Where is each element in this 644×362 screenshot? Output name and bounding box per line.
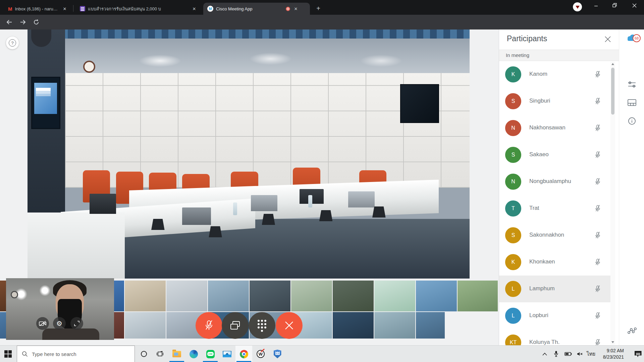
cortana-button[interactable]	[136, 346, 152, 362]
scrollbar-thumb[interactable]	[611, 68, 614, 115]
tray-clock[interactable]: 9:02 AM 8/23/2021	[603, 346, 627, 362]
microphone-muted-icon	[203, 319, 215, 332]
scroll-up-icon[interactable]	[611, 63, 614, 65]
mail-button[interactable]	[219, 346, 235, 362]
tab-cisco-meeting-app[interactable]: M Cisco Meeting App ✕	[203, 3, 310, 15]
camera-off-button[interactable]	[36, 317, 49, 330]
forward-button[interactable]	[17, 17, 28, 27]
back-button[interactable]	[4, 17, 15, 27]
speaker-muted-icon	[577, 352, 583, 356]
tab-close-icon[interactable]: ✕	[62, 6, 68, 12]
tray-battery[interactable]	[562, 346, 574, 362]
expand-icon	[73, 320, 80, 327]
window-close-button[interactable]	[627, 0, 642, 11]
tab-close-icon[interactable]: ✕	[293, 6, 299, 12]
security-app-button[interactable]	[269, 346, 286, 362]
wall-clock	[83, 61, 95, 73]
connections-button[interactable]	[619, 327, 644, 335]
participant-row[interactable]: T Trat	[499, 195, 611, 222]
in-meeting-section: In meeting	[499, 50, 619, 61]
layout-button[interactable]	[619, 99, 644, 106]
video-thumbnail[interactable]	[416, 312, 445, 339]
help-button[interactable]: ?	[6, 37, 19, 49]
participant-row[interactable]: N Nakhonsawan	[499, 115, 611, 141]
tab-close-icon[interactable]: ✕	[191, 6, 197, 12]
participant-row[interactable]: K Kanom	[499, 61, 611, 88]
file-explorer-icon	[172, 351, 181, 357]
video-thumbnail[interactable]	[458, 281, 498, 311]
laptop	[348, 191, 375, 207]
search-input[interactable]	[32, 351, 119, 357]
video-thumbnail[interactable]	[125, 312, 166, 339]
video-thumbnail[interactable]	[208, 281, 249, 311]
window-restore-button[interactable]	[607, 0, 623, 11]
tray-language-indicator[interactable]: ไทย	[585, 346, 597, 362]
video-thumbnail[interactable]	[333, 312, 374, 339]
video-thumbnail[interactable]	[250, 281, 290, 311]
tray-volume-muted[interactable]	[574, 346, 586, 362]
dialpad-button[interactable]	[249, 312, 275, 339]
close-participants-button[interactable]	[604, 36, 611, 43]
line-app-button[interactable]	[202, 346, 219, 362]
windows-taskbar: W ไทย 9:02 AM	[0, 345, 644, 362]
tab-gmail[interactable]: M Inbox (6,186) - naruemon@101g. ✕	[4, 3, 71, 15]
file-explorer-button[interactable]	[168, 346, 185, 362]
panel-title: Participants	[507, 34, 547, 43]
video-thumbnail[interactable]	[291, 281, 332, 311]
participant-row[interactable]: S Sakaeo	[499, 141, 611, 168]
new-tab-button[interactable]: +	[314, 4, 323, 13]
google-forms-icon	[80, 6, 85, 11]
sliders-icon	[627, 80, 637, 88]
avatar: N	[505, 174, 521, 190]
video-thumbnail[interactable]	[166, 281, 207, 311]
video-thumbnail[interactable]	[333, 281, 374, 311]
participant-row[interactable]: N Nongbualamphu	[499, 168, 611, 195]
minimize-icon	[594, 3, 598, 7]
tray-microphone[interactable]	[551, 346, 561, 362]
cisco-meeting-app-icon: M	[207, 6, 213, 12]
call-settings-button[interactable]	[619, 80, 644, 88]
water-bottle	[233, 202, 237, 215]
end-call-button[interactable]	[276, 312, 303, 339]
task-view-button[interactable]	[152, 346, 168, 362]
back-arrow-icon	[6, 19, 12, 25]
forward-arrow-icon	[20, 19, 26, 25]
participant-row[interactable]: S Sakonnakhon	[499, 222, 611, 249]
tab-survey-form[interactable]: แบบสำรวจการรับเงินสนับสนุน 2,000 บ ✕	[76, 3, 201, 15]
meeting-page: ? ⚙	[0, 29, 644, 345]
tray-overflow-button[interactable]	[539, 346, 550, 362]
scroll-down-icon[interactable]	[611, 341, 614, 343]
self-view-settings-button[interactable]: ⚙	[53, 317, 66, 330]
participants-scrollbar[interactable]	[610, 62, 615, 345]
w-app-button[interactable]: W	[252, 346, 269, 362]
video-thumbnail[interactable]	[374, 312, 415, 339]
window-minimize-button[interactable]	[588, 0, 604, 11]
participant-row[interactable]: S Singburi	[499, 88, 611, 115]
start-button[interactable]	[4, 350, 12, 358]
meeting-right-rail: 68	[619, 29, 644, 345]
chrome-button[interactable]	[235, 346, 252, 362]
participant-row[interactable]: L Lopburi	[499, 302, 611, 329]
edge-button[interactable]	[185, 346, 202, 362]
video-thumbnail[interactable]	[125, 281, 166, 311]
participant-row-highlighted[interactable]: L Lamphum	[499, 276, 611, 302]
expand-self-view-button[interactable]	[70, 317, 83, 330]
video-thumbnail[interactable]	[416, 281, 457, 311]
video-thumbnail[interactable]	[374, 281, 415, 311]
wall-display-left	[31, 77, 60, 129]
laptop	[182, 207, 211, 225]
participant-row[interactable]: KT Kolunya Th.	[499, 329, 611, 345]
reload-button[interactable]	[31, 17, 42, 27]
screen-recorder-icon[interactable]	[573, 2, 582, 11]
action-center-button[interactable]	[632, 346, 644, 362]
clock-time: 9:02 AM	[607, 348, 624, 354]
avatar: L	[505, 281, 521, 297]
main-video-feed	[28, 29, 470, 279]
participants-rail-button[interactable]: 68	[619, 34, 644, 42]
share-screen-button[interactable]	[222, 312, 249, 339]
participant-name: Lopburi	[529, 312, 548, 319]
taskbar-search[interactable]	[17, 346, 135, 362]
info-button[interactable]	[619, 117, 644, 125]
mute-microphone-button[interactable]	[196, 312, 222, 339]
participant-row[interactable]: K Khonkaen	[499, 249, 611, 276]
